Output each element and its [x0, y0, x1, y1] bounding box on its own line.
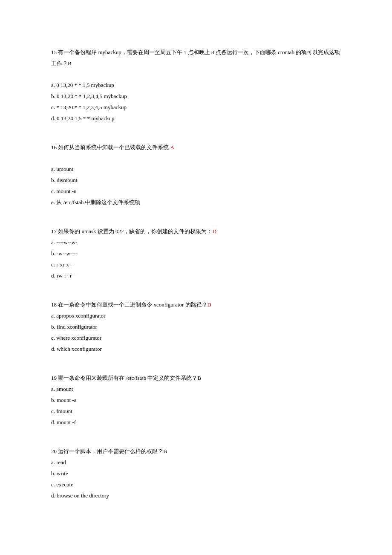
question-body: 如何从当前系统中卸载一个已装载的文件系统	[57, 144, 170, 150]
question-text: 16 如何从当前系统中卸载一个已装载的文件系统 A	[51, 142, 341, 153]
option: d. mount -f	[51, 417, 341, 428]
question-body: 有一个备份程序 mybackup，需要在周一至周五下午 1 点和晚上 8 点各运…	[51, 49, 340, 66]
option: c. where xconfigurator	[51, 332, 341, 344]
option: b. mount -a	[51, 395, 341, 406]
spacer	[51, 153, 341, 164]
option: b. -w--w----	[51, 248, 341, 259]
question-block-20: 20 运行一个脚本，用户不需要什么样的权限？Ba. readb. writec.…	[51, 446, 341, 501]
question-body: 运行一个脚本，用户不需要什么样的权限？B	[57, 448, 167, 454]
question-number: 20	[51, 448, 57, 454]
option: d. rw-r--r--	[51, 270, 341, 281]
option: c. * 13,20 * * 1,2,3,4,5 mybackup	[51, 102, 341, 113]
question-body: 如果你的 umask 设置为 022，缺省的，你创建的文件的权限为：	[57, 228, 212, 234]
answer-letter: D	[208, 301, 211, 308]
option: d. which xconfigurator	[51, 344, 341, 355]
answer-letter: A	[170, 144, 174, 150]
question-text: 18 在一条命令中如何查找一个二进制命令 xconfigurator 的路径？D	[51, 299, 341, 310]
option: a. 0 13,20 * * 1,5 mybackup	[51, 80, 341, 91]
question-text: 20 运行一个脚本，用户不需要什么样的权限？B	[51, 446, 341, 457]
option: e. 从 /etc/fstab 中删除这个文件系统项	[51, 197, 341, 208]
question-number: 19	[51, 375, 57, 381]
question-block-17: 17 如果你的 umask 设置为 022，缺省的，你创建的文件的权限为：Da.…	[51, 226, 341, 281]
option: d. browse on the directory	[51, 490, 341, 501]
spacer	[51, 69, 341, 80]
option: c. mount -u	[51, 186, 341, 197]
question-block-15: 15 有一个备份程序 mybackup，需要在周一至周五下午 1 点和晚上 8 …	[51, 47, 341, 124]
document-content: 15 有一个备份程序 mybackup，需要在周一至周五下午 1 点和晚上 8 …	[51, 47, 341, 501]
question-block-19: 19 哪一条命令用来装载所有在 /etc/fstab 中定义的文件系统？Ba. …	[51, 373, 341, 428]
question-number: 17	[51, 228, 57, 234]
question-text: 17 如果你的 umask 设置为 022，缺省的，你创建的文件的权限为：D	[51, 226, 341, 237]
question-text: 15 有一个备份程序 mybackup，需要在周一至周五下午 1 点和晚上 8 …	[51, 47, 341, 69]
question-block-18: 18 在一条命令中如何查找一个二进制命令 xconfigurator 的路径？D…	[51, 299, 341, 355]
option: b. dismount	[51, 175, 341, 186]
option: c. fmount	[51, 406, 341, 417]
question-text: 19 哪一条命令用来装载所有在 /etc/fstab 中定义的文件系统？B	[51, 373, 341, 384]
option: b. find xconfigurator	[51, 321, 341, 332]
option: c. r-xr-x---	[51, 259, 341, 270]
option: b. write	[51, 468, 341, 479]
option: a. read	[51, 457, 341, 468]
question-number: 18	[51, 301, 57, 308]
answer-letter: D	[212, 228, 216, 234]
question-body: 哪一条命令用来装载所有在 /etc/fstab 中定义的文件系统？B	[57, 375, 201, 381]
question-block-16: 16 如何从当前系统中卸载一个已装载的文件系统 Aa. umountb. dis…	[51, 142, 341, 208]
option: d. 0 13,20 1,5 * * mybackup	[51, 113, 341, 124]
option: a. umount	[51, 164, 341, 175]
option: b. 0 13,20 * * 1,2,3,4,5 mybackup	[51, 91, 341, 102]
question-number: 16	[51, 144, 57, 150]
question-body: 在一条命令中如何查找一个二进制命令 xconfigurator 的路径？	[57, 301, 208, 308]
option: a. apropos xconfigurator	[51, 310, 341, 321]
option: c. execute	[51, 479, 341, 490]
option: a. ----w--w-	[51, 237, 341, 248]
question-number: 15	[51, 49, 57, 55]
option: a. amount	[51, 384, 341, 395]
